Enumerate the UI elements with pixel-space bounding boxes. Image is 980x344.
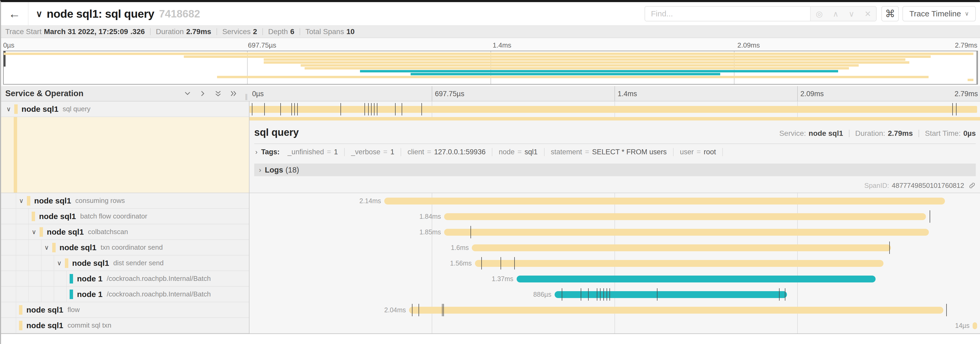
span-timeline-cell[interactable]: 1.56ms	[249, 256, 980, 271]
column-resize-grip[interactable]: ∥	[245, 93, 248, 101]
trace-view-selector[interactable]: Trace Timeline ∨	[902, 6, 976, 21]
span-row[interactable]: node sql1batch flow coordinator1.84ms	[1, 209, 980, 224]
span-row[interactable]: ∨node sql1consuming rows2.14ms	[1, 193, 980, 209]
chevron-down-icon[interactable]: ∨	[32, 228, 37, 236]
log-marker-tick	[374, 103, 374, 115]
tags-row[interactable]: › Tags: _unfinished=1_verbose=1client=12…	[254, 144, 976, 160]
span-row[interactable]: node sql1flow2.04ms	[1, 302, 980, 318]
chevron-down-icon[interactable]: ∨	[19, 197, 24, 205]
collapse-all-icon[interactable]	[214, 90, 222, 98]
chevron-down-icon[interactable]: ∨	[44, 244, 49, 251]
span-name-cell[interactable]: ∨node sql1colbatchscan	[1, 224, 249, 240]
tag-value: sql1	[525, 148, 538, 156]
trace-summary-bar: Trace Start March 31 2022, 17:25:09.326 …	[1, 26, 980, 38]
log-marker-tick	[952, 103, 953, 115]
locate-icon[interactable]: ◎	[816, 9, 822, 19]
service-name: node sql1	[47, 227, 84, 237]
span-timeline-cell[interactable]: 1.6ms	[249, 240, 980, 256]
chevron-right-icon: ›	[259, 166, 261, 174]
span-timeline-cell[interactable]: 1.37ms	[249, 271, 980, 286]
tag-pill: node=sql1	[492, 148, 544, 156]
next-result-icon[interactable]: ∨	[849, 9, 854, 19]
log-marker-tick	[588, 288, 589, 301]
span-timeline-cell[interactable]	[249, 101, 980, 117]
span-name-cell[interactable]: ∨node sql1consuming rows	[1, 193, 249, 209]
ruler-tick-label: 2.09ms	[797, 90, 824, 98]
span-timeline-cell[interactable]: 1.85ms	[249, 224, 980, 240]
span-timeline-cell[interactable]: 2.04ms	[249, 302, 980, 318]
chevron-down-icon[interactable]: ∨	[6, 106, 11, 113]
operation-name: txn coordinator send	[101, 243, 163, 251]
span-row[interactable]: ∨node sql1dist sender send1.56ms	[1, 256, 980, 271]
span-name-cell[interactable]: node sql1commit sql txn	[1, 318, 249, 333]
link-icon[interactable]	[968, 182, 976, 189]
find-controls: ◎ ∧ ∨ ✕	[810, 6, 876, 21]
span-bar[interactable]	[249, 106, 977, 113]
span-bar[interactable]	[517, 275, 875, 282]
minimap-span-bar	[410, 73, 720, 75]
span-row[interactable]: ∨node sql1txn coordinator send1.6ms	[1, 240, 980, 256]
span-duration-label: 886µs	[533, 286, 552, 302]
minimap-right-drag-handle[interactable]	[976, 51, 977, 84]
keyboard-shortcuts-button[interactable]: ⌘	[881, 6, 899, 21]
prev-result-icon[interactable]: ∧	[833, 9, 838, 19]
span-bar[interactable]	[472, 245, 891, 251]
span-timeline-cell[interactable]: 886µs	[249, 286, 980, 302]
minimap-canvas[interactable]	[3, 51, 978, 85]
service-name: node sql1	[72, 259, 109, 268]
indent-guide	[29, 240, 29, 255]
expand-one-icon[interactable]	[199, 90, 207, 98]
span-duration-label: 1.6ms	[451, 240, 469, 256]
span-duration-label: 1.85ms	[419, 224, 441, 240]
service-name: node sql1	[26, 306, 63, 314]
span-name-cell[interactable]: ∨node sql1sql query	[1, 101, 249, 117]
span-row[interactable]: ∨node sql1sql query	[1, 101, 980, 117]
span-name-cell[interactable]: node 1/cockroach.roachpb.Internal/Batch	[1, 271, 249, 286]
duration-value: 2.79ms	[186, 27, 211, 36]
span-name-cell[interactable]: node 1/cockroach.roachpb.Internal/Batch	[1, 286, 249, 302]
indent-guide	[41, 286, 41, 302]
depth-label: Depth	[268, 27, 288, 36]
span-timeline-cell[interactable]: 14µs	[249, 318, 980, 333]
span-color-accent	[65, 258, 68, 268]
log-marker-tick	[514, 257, 515, 269]
span-duration-label: 1.56ms	[450, 256, 472, 271]
ruler-gridline	[614, 86, 615, 101]
span-bar[interactable]	[475, 260, 884, 267]
span-bar[interactable]	[973, 322, 977, 329]
logs-row[interactable]: › Logs (18)	[254, 163, 976, 176]
duration-label: Duration	[156, 27, 184, 36]
log-marker-tick	[609, 288, 610, 301]
log-marker-tick	[377, 103, 377, 115]
back-button[interactable]: ←	[1, 2, 29, 26]
span-row[interactable]: ∨node sql1colbatchscan1.85ms	[1, 224, 980, 240]
chevron-down-icon[interactable]: ∨	[57, 259, 62, 267]
span-timeline-cell[interactable]: 1.84ms	[249, 209, 980, 224]
span-name-cell[interactable]: node sql1batch flow coordinator	[1, 209, 249, 224]
find-input[interactable]	[645, 6, 810, 21]
timeline-minimap: 0µs697.75µs1.4ms2.09ms2.79ms	[1, 38, 980, 86]
ruler-tick-label: 0µs	[249, 90, 264, 98]
span-row[interactable]: node 1/cockroach.roachpb.Internal/Batch8…	[1, 286, 980, 302]
span-bar[interactable]	[444, 229, 929, 236]
span-row[interactable]: node 1/cockroach.roachpb.Internal/Batch1…	[1, 271, 980, 286]
tag-pill: client=127.0.0.1:59936	[401, 148, 492, 156]
expand-all-icon[interactable]	[229, 90, 237, 98]
span-name-cell[interactable]: node sql1flow	[1, 302, 249, 318]
span-bar[interactable]	[409, 307, 943, 314]
span-bar[interactable]	[384, 198, 945, 205]
span-row[interactable]: node sql1commit sql txn14µs	[1, 318, 980, 333]
column-divider[interactable]	[249, 101, 250, 333]
operation-name: sql query	[63, 105, 91, 113]
span-bar[interactable]	[555, 291, 787, 298]
clear-find-icon[interactable]: ✕	[864, 9, 871, 19]
minimap-span-bar	[264, 61, 909, 64]
span-name-cell[interactable]: ∨node sql1dist sender send	[1, 256, 249, 271]
span-timeline-cell[interactable]: 2.14ms	[249, 193, 980, 209]
collapse-header-icon[interactable]: ∨	[36, 8, 43, 19]
span-bar[interactable]	[444, 213, 926, 220]
ruler-gridline	[797, 86, 798, 101]
span-name-cell[interactable]: ∨node sql1txn coordinator send	[1, 240, 249, 256]
tags-list: _unfinished=1_verbose=1client=127.0.0.1:…	[281, 148, 722, 156]
collapse-one-icon[interactable]	[183, 90, 191, 98]
